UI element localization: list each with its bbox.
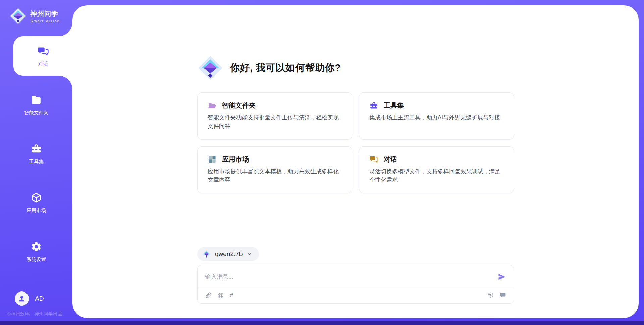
card-title: 工具集: [384, 101, 404, 110]
card-chat[interactable]: 对话 灵活切换多模型文件，支持多样回复效果调试，满足个性化需求: [359, 146, 514, 194]
brand-name: 神州问学: [30, 9, 60, 18]
main-content: 你好, 我可以如何帮助你? 智能文件夹 智能文件夹功能支持批量文件上传与清洗，轻…: [197, 5, 514, 304]
avatar: [15, 291, 29, 306]
card-description: 应用市场提供丰富长文本模板，助力高效生成多样化文章内容: [208, 167, 342, 185]
gear-icon: [31, 241, 42, 252]
card-head: 智能文件夹: [208, 101, 342, 110]
card-head: 对话: [369, 155, 503, 164]
sidebar-item-label: 应用市场: [26, 207, 46, 214]
brand-text: 神州问学 Smart Vision: [30, 9, 60, 23]
greeting-text: 你好, 我可以如何帮助你?: [230, 61, 341, 75]
person-icon: [18, 295, 26, 303]
sidebar-item-label: 工具集: [29, 158, 44, 165]
composer-input-row: [198, 265, 514, 287]
card-head: 工具集: [369, 101, 503, 110]
card-smart-folder[interactable]: 智能文件夹 智能文件夹功能支持批量文件上传与清洗，轻松实现文件问答: [197, 92, 352, 140]
user-name: AD: [35, 295, 44, 302]
card-toolset[interactable]: 工具集 集成市场上主流工具，助力AI与外界无缝扩展与对接: [359, 92, 514, 140]
hash-button[interactable]: #: [230, 292, 233, 298]
card-description: 智能文件夹功能支持批量文件上传与清洗，轻松实现文件问答: [208, 113, 342, 131]
bottom-strip: [0, 321, 644, 325]
composer: @ #: [197, 265, 514, 304]
chevron-down-icon: [247, 251, 252, 257]
sidebar-item-app-market[interactable]: 应用市场: [0, 178, 72, 227]
chat-icon: [369, 155, 378, 164]
toolbox-icon: [31, 143, 42, 154]
conversations-button[interactable]: [500, 292, 506, 298]
market-grid-icon: [208, 155, 217, 164]
sidebar-nav: 对话 智能文件夹 工具集 应用市场 系统设置: [0, 36, 72, 276]
composer-toolbar: @ #: [198, 287, 514, 303]
composer-area: qwen2:7b @: [197, 247, 514, 304]
assistant-logo-icon: [197, 55, 223, 81]
copyright: ©神州数码 · 神州问学出品: [7, 311, 66, 317]
card-head: 应用市场: [208, 155, 342, 164]
model-logo-icon: [202, 250, 211, 259]
sidebar-item-toolset[interactable]: 工具集: [0, 129, 72, 178]
card-title: 智能文件夹: [222, 101, 256, 110]
main-panel: 你好, 我可以如何帮助你? 智能文件夹 智能文件夹功能支持批量文件上传与清洗，轻…: [72, 5, 639, 318]
feature-cards: 智能文件夹 智能文件夹功能支持批量文件上传与清洗，轻松实现文件问答 工具集 集成…: [197, 92, 514, 193]
folder-icon: [31, 94, 42, 106]
card-description: 灵活切换多模型文件，支持多样回复效果调试，满足个性化需求: [369, 167, 503, 185]
card-description: 集成市场上主流工具，助力AI与外界无缝扩展与对接: [369, 113, 503, 122]
sidebar-item-label: 智能文件夹: [24, 110, 49, 116]
sidebar-item-settings[interactable]: 系统设置: [0, 227, 72, 276]
toolbox-icon: [369, 101, 378, 110]
card-app-market[interactable]: 应用市场 应用市场提供丰富长文本模板，助力高效生成多样化文章内容: [197, 146, 352, 194]
sidebar-item-label: 系统设置: [26, 256, 46, 263]
open-folder-icon: [208, 101, 217, 110]
paperclip-icon: [205, 292, 211, 298]
greeting: 你好, 我可以如何帮助你?: [197, 55, 514, 81]
sidebar-item-smart-folder[interactable]: 智能文件夹: [0, 80, 72, 129]
composer-tools-right: [487, 292, 506, 298]
message-input[interactable]: [205, 273, 498, 280]
composer-tools-left: @ #: [205, 292, 233, 298]
history-icon: [487, 292, 494, 298]
attach-button[interactable]: [205, 292, 211, 298]
sidebar-bottom: AD ©神州数码 · 神州问学出品: [0, 291, 72, 317]
mention-icon: @: [217, 292, 224, 298]
user-profile[interactable]: AD: [7, 291, 66, 306]
history-button[interactable]: [487, 292, 494, 298]
cube-icon: [31, 192, 42, 203]
brand: 神州问学 Smart Vision: [0, 0, 72, 25]
card-title: 应用市场: [222, 155, 249, 164]
sidebar-item-chat[interactable]: 对话: [13, 36, 72, 76]
brand-logo-icon: [9, 7, 27, 25]
card-title: 对话: [384, 155, 397, 164]
sidebar: 神州问学 Smart Vision 对话 智能文件夹 工具集 应用市场 系统设置: [0, 0, 72, 321]
brand-subtitle: Smart Vision: [30, 19, 60, 23]
model-selector[interactable]: qwen2:7b: [197, 247, 259, 261]
send-icon: [498, 273, 506, 281]
chat-icon: [37, 45, 49, 57]
sidebar-item-label: 对话: [38, 61, 48, 67]
send-button[interactable]: [498, 273, 506, 281]
model-name: qwen2:7b: [215, 250, 243, 258]
chat-bubble-icon: [500, 292, 506, 298]
hash-icon: #: [230, 292, 233, 298]
mention-button[interactable]: @: [217, 292, 224, 298]
